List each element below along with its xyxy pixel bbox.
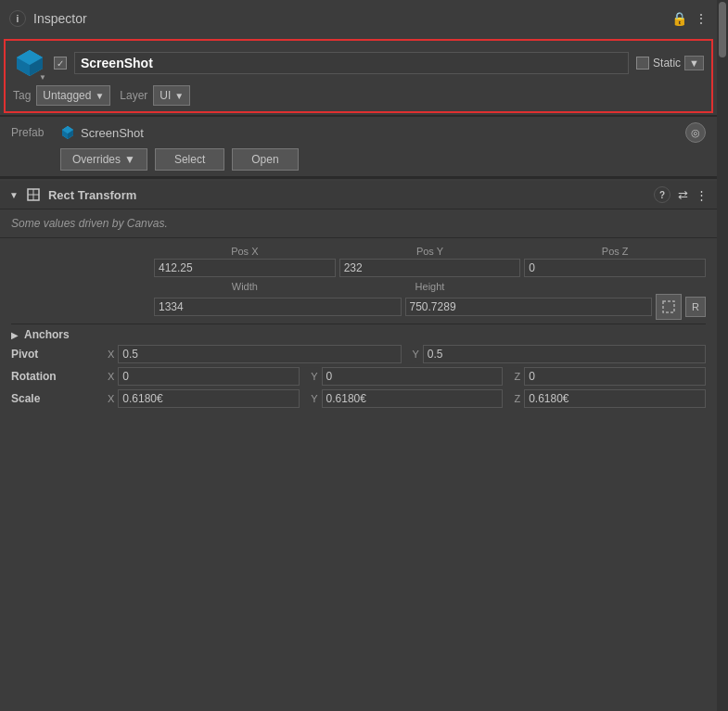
static-checkbox[interactable] [636,57,649,70]
rot-z-label: Z [514,371,520,382]
component-settings-icon[interactable]: ⇄ [678,188,688,202]
prefab-target-button[interactable]: ◎ [685,122,706,143]
go-active-checkbox[interactable]: ✓ [54,57,67,70]
overrides-arrow: ▼ [124,153,135,166]
pivot-y-input[interactable] [423,345,706,363]
pivot-y-label: Y [413,349,419,360]
overrides-button[interactable]: Overrides ▼ [60,148,147,171]
anchors-arrow[interactable]: ▶ [11,330,19,340]
gameobject-name-input[interactable] [74,52,629,74]
pos-y-input[interactable] [339,259,521,277]
component-help-icon[interactable]: ? [654,186,671,203]
scale-z-label: Z [514,393,520,404]
rot-x-label: X [108,371,114,382]
gameobject-section: ▼ ✓ Static ▼ Tag Untagged [4,39,713,113]
rotation-label: Rotation [11,370,104,383]
tag-dropdown[interactable]: Untagged ▼ [36,85,110,106]
rot-y-input[interactable] [322,367,504,386]
pos-y-header: Pos Y [339,246,521,257]
tag-area: Tag Untagged ▼ [13,85,110,106]
checkmark-icon: ✓ [57,58,64,69]
menu-icon[interactable]: ⋮ [695,11,708,26]
scrollbar[interactable] [717,0,728,711]
cube-dropdown-arrow[interactable]: ▼ [39,73,46,82]
pivot-x-input[interactable] [118,345,401,363]
select-button[interactable]: Select [155,148,224,171]
pos-col-headers: Pos X Pos Y Pos Z [11,246,706,257]
scale-row: Scale X Y Z [11,389,706,408]
position-row [11,259,706,277]
scale-label: Scale [11,392,104,405]
gameobject-row1: ▼ ✓ Static ▼ [13,46,704,80]
gameobject-row2: Tag Untagged ▼ Layer UI ▼ [13,85,704,106]
size-col-headers: Width Height [11,281,706,292]
rect-anchor-button[interactable] [656,294,682,320]
scale-z-input[interactable] [524,389,706,408]
lock-icon[interactable]: 🔒 [671,11,687,26]
static-area: Static ▼ [636,56,704,70]
overrides-label: Overrides [72,153,121,166]
tag-dropdown-arrow: ▼ [95,91,104,101]
rect-transform-icon [26,187,41,202]
static-label: Static [653,57,681,70]
rect-transform-component: ▼ Rect Transform ? ⇄ ⋮ Some values drive… [0,181,717,419]
inspector-title: Inspector [33,11,87,26]
scale-x-label: X [108,393,114,404]
width-header: Width [154,281,336,292]
pos-z-header: Pos Z [524,246,706,257]
anchors-label: Anchors [24,328,70,341]
inspector-header-right: 🔒 ⋮ [671,11,708,26]
pivot-row: Pivot X Y [11,345,706,363]
static-dropdown[interactable]: ▼ [684,56,704,70]
collapse-arrow[interactable]: ▼ [9,190,19,200]
info-icon: i [9,10,26,27]
prefab-name: ScreenShot [81,126,678,140]
layer-dropdown[interactable]: UI ▼ [153,85,190,106]
svg-rect-11 [663,301,674,312]
scrollbar-thumb[interactable] [719,2,726,57]
tag-label: Tag [13,89,31,102]
height-input[interactable] [405,298,653,316]
inspector-header-left: i Inspector [9,10,87,27]
pos-x-header: Pos X [154,246,336,257]
open-button[interactable]: Open [232,148,298,171]
scale-y-label: Y [311,393,317,404]
scale-y-input[interactable] [322,389,504,408]
rot-z-input[interactable] [524,367,706,386]
rot-y-label: Y [311,371,317,382]
canvas-note: Some values driven by Canvas. [0,209,717,238]
component-header: ▼ Rect Transform ? ⇄ ⋮ [0,181,717,209]
layer-value: UI [160,89,171,102]
pivot-x-label: X [108,349,114,360]
component-actions: ? ⇄ ⋮ [654,186,708,203]
layer-label: Layer [120,89,147,102]
prefab-name-area: ScreenShot [60,125,678,140]
rotation-row: Rotation X Y Z [11,367,706,386]
pos-z-input[interactable] [524,259,706,277]
component-menu-icon[interactable]: ⋮ [696,188,708,202]
component-name: Rect Transform [48,188,646,202]
layer-area: Layer UI ▼ [120,85,190,106]
unity-cube-icon: ▼ [13,46,46,80]
r-button[interactable]: R [685,297,706,317]
prefab-row1: Prefab ScreenShot ◎ [11,122,706,143]
rot-x-input[interactable] [118,367,300,386]
pos-x-input[interactable] [154,259,336,277]
prefab-label: Prefab [11,126,53,139]
prefab-cube-icon [60,125,75,140]
scale-x-input[interactable] [118,389,300,408]
layer-dropdown-arrow: ▼ [174,91,184,101]
prefab-row2: Overrides ▼ Select Open [11,148,706,171]
prefab-section: Prefab ScreenShot ◎ Overrides ▼ [0,117,717,177]
height-header: Height [339,281,521,292]
tag-value: Untagged [43,89,91,102]
transform-fields: Pos X Pos Y Pos Z Width Height [0,238,717,419]
inspector-header: i Inspector 🔒 ⋮ [0,0,717,37]
width-input[interactable] [154,298,402,316]
anchors-row: ▶ Anchors [11,324,706,345]
size-row: R [11,294,706,320]
pivot-label: Pivot [11,348,104,361]
